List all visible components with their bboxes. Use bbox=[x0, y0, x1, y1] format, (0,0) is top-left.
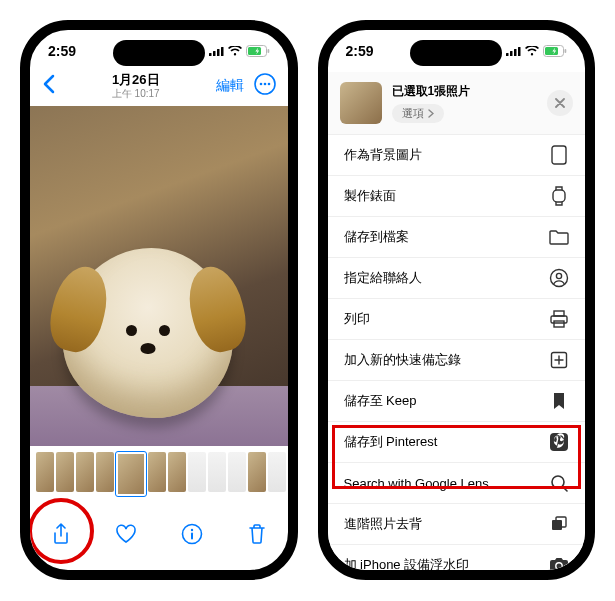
svg-rect-2 bbox=[217, 49, 220, 56]
svg-rect-15 bbox=[510, 51, 513, 56]
info-icon bbox=[181, 523, 203, 545]
svg-rect-20 bbox=[565, 49, 567, 53]
camera-icon bbox=[549, 555, 569, 575]
action-row[interactable]: 作為背景圖片 bbox=[328, 135, 586, 176]
action-row[interactable]: 進階照片去背 bbox=[328, 504, 586, 545]
trash-icon bbox=[248, 523, 266, 545]
svg-point-10 bbox=[267, 82, 270, 85]
photo-time: 上午 10:17 bbox=[112, 88, 160, 100]
options-label: 選項 bbox=[402, 106, 424, 121]
notch bbox=[410, 40, 502, 66]
action-row[interactable]: 加入新的快速備忘錄 bbox=[328, 340, 586, 381]
action-row[interactable]: 製作錶面 bbox=[328, 176, 586, 217]
svg-rect-16 bbox=[514, 49, 517, 56]
action-label: 加 iPhone 設備浮水印 bbox=[344, 556, 470, 574]
chevron-right-icon bbox=[428, 109, 434, 118]
contact-icon bbox=[549, 268, 569, 288]
action-label: 儲存至 Keep bbox=[344, 392, 417, 410]
svg-rect-31 bbox=[552, 520, 562, 530]
printer-icon bbox=[549, 309, 569, 329]
back-button[interactable] bbox=[42, 74, 56, 98]
share-sheet-header: 已選取1張照片 選項 bbox=[328, 72, 586, 135]
svg-point-9 bbox=[263, 82, 266, 85]
wifi-icon bbox=[525, 46, 539, 56]
close-button[interactable] bbox=[547, 90, 573, 116]
svg-rect-0 bbox=[209, 53, 212, 56]
watch-icon bbox=[549, 186, 569, 206]
svg-point-8 bbox=[259, 82, 262, 85]
action-label: 製作錶面 bbox=[344, 187, 396, 205]
annotation-circle bbox=[28, 498, 94, 564]
wifi-icon bbox=[228, 46, 242, 56]
info-button[interactable] bbox=[181, 523, 203, 545]
svg-rect-13 bbox=[191, 532, 193, 539]
svg-rect-5 bbox=[248, 47, 261, 55]
svg-point-12 bbox=[191, 528, 193, 530]
action-label: 儲存到檔案 bbox=[344, 228, 409, 246]
svg-rect-3 bbox=[221, 47, 224, 56]
action-row[interactable]: 儲存到檔案 bbox=[328, 217, 586, 258]
photo-top-bar: 1月26日 上午 10:17 編輯 bbox=[30, 72, 288, 106]
phone-right: 2:59 已選取1張照片 選項 作為背景圖片製作錶面儲存到檔案指定給聯絡人列印加… bbox=[318, 20, 596, 580]
notch bbox=[113, 40, 205, 66]
svg-rect-26 bbox=[554, 311, 564, 316]
close-icon bbox=[555, 98, 565, 108]
signal-icon bbox=[506, 46, 521, 56]
action-label: 加入新的快速備忘錄 bbox=[344, 351, 461, 369]
action-row[interactable]: 列印 bbox=[328, 299, 586, 340]
svg-rect-6 bbox=[267, 49, 269, 53]
annotation-box bbox=[332, 425, 582, 489]
status-icons bbox=[506, 45, 567, 57]
svg-rect-21 bbox=[552, 146, 566, 164]
svg-rect-19 bbox=[545, 47, 558, 55]
battery-icon bbox=[543, 45, 567, 57]
phone-left: 2:59 1月26日 上午 10:17 編輯 bbox=[20, 20, 298, 580]
action-row[interactable]: 儲存至 Keep bbox=[328, 381, 586, 422]
action-label: 指定給聯絡人 bbox=[344, 269, 422, 287]
layers-icon bbox=[549, 514, 569, 534]
svg-point-24 bbox=[556, 273, 561, 278]
action-row[interactable]: 指定給聯絡人 bbox=[328, 258, 586, 299]
action-label: 列印 bbox=[344, 310, 370, 328]
battery-icon bbox=[246, 45, 270, 57]
more-button[interactable] bbox=[254, 73, 276, 99]
status-time: 2:59 bbox=[48, 43, 76, 59]
photo-date: 1月26日 bbox=[112, 72, 160, 88]
favorite-button[interactable] bbox=[115, 524, 137, 544]
svg-rect-1 bbox=[213, 51, 216, 56]
ellipsis-circle-icon bbox=[254, 73, 276, 95]
status-time: 2:59 bbox=[346, 43, 374, 59]
photo-view[interactable] bbox=[30, 106, 288, 446]
share-sheet-thumbnail bbox=[340, 82, 382, 124]
share-sheet-title: 已選取1張照片 bbox=[392, 83, 538, 100]
note-add-icon bbox=[549, 350, 569, 370]
edit-button[interactable]: 編輯 bbox=[216, 77, 244, 95]
photo-date-header: 1月26日 上午 10:17 bbox=[112, 72, 160, 100]
share-action-list: 作為背景圖片製作錶面儲存到檔案指定給聯絡人列印加入新的快速備忘錄儲存至 Keep… bbox=[328, 135, 586, 580]
folder-icon bbox=[549, 227, 569, 247]
svg-rect-22 bbox=[553, 190, 565, 202]
svg-rect-17 bbox=[518, 47, 521, 56]
svg-rect-14 bbox=[506, 53, 509, 56]
action-row[interactable]: 加 iPhone 設備浮水印 bbox=[328, 545, 586, 580]
status-icons bbox=[209, 45, 270, 57]
svg-rect-33 bbox=[550, 560, 568, 572]
phone-rect-icon bbox=[549, 145, 569, 165]
bookmark-icon bbox=[549, 391, 569, 411]
signal-icon bbox=[209, 46, 224, 56]
heart-icon bbox=[115, 524, 137, 544]
options-button[interactable]: 選項 bbox=[392, 104, 444, 123]
delete-button[interactable] bbox=[248, 523, 266, 545]
chevron-left-icon bbox=[42, 74, 56, 94]
svg-rect-27 bbox=[554, 321, 564, 327]
action-label: 進階照片去背 bbox=[344, 515, 422, 533]
action-label: 作為背景圖片 bbox=[344, 146, 422, 164]
